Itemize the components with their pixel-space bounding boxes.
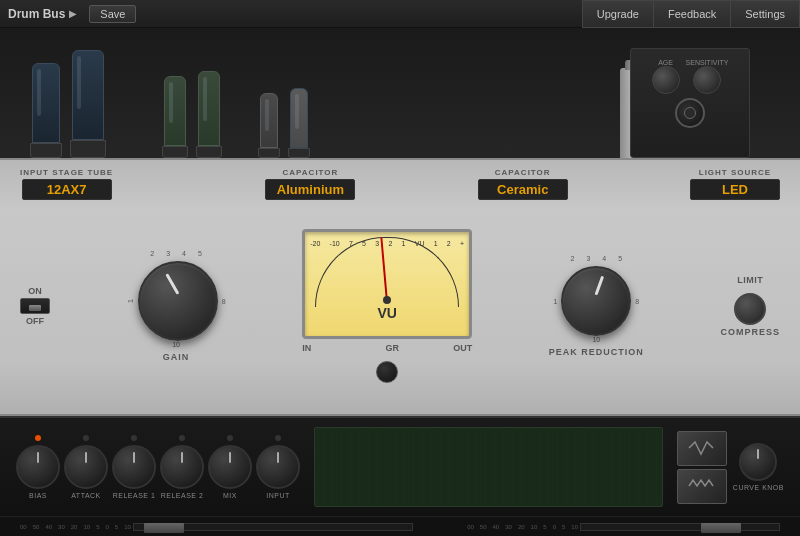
- left-num-20: 20: [71, 524, 78, 530]
- tube-6: [288, 88, 310, 158]
- tube-glass-1: [32, 63, 60, 143]
- right-meter-numbers: 00 50 40 30 20 10 5 0 5 10: [467, 524, 578, 530]
- compress-knob[interactable]: [734, 293, 766, 325]
- left-num-5: 5: [96, 524, 99, 530]
- bias-label: BIAS: [29, 492, 47, 499]
- tubes-area: AGE SENSITIVITY: [0, 28, 800, 158]
- release1-label: RELEASE 1: [113, 492, 156, 499]
- feedback-button[interactable]: Feedback: [654, 0, 731, 28]
- release1-knob[interactable]: [112, 445, 156, 489]
- attack-label: ATTACK: [71, 492, 101, 499]
- preset-name: Drum Bus: [8, 7, 65, 21]
- settings-button[interactable]: Settings: [731, 0, 800, 28]
- tube-5: [258, 93, 280, 158]
- vu-pivot: [383, 296, 391, 304]
- release1-group: RELEASE 1: [112, 435, 156, 499]
- tube-base-6: [288, 148, 310, 158]
- preset-area: Drum Bus ▶: [0, 7, 85, 21]
- light-source-selector[interactable]: LIGHT SOURCE LED: [690, 168, 780, 200]
- circuit-area: [314, 427, 663, 507]
- vu-meter-labels: IN GR OUT: [302, 343, 472, 353]
- right-num-20: 20: [518, 524, 525, 530]
- tube-glass-2: [72, 50, 104, 140]
- power-toggle-group: ON OFF: [20, 286, 50, 326]
- right-num-30: 30: [505, 524, 512, 530]
- save-button[interactable]: Save: [89, 5, 136, 23]
- right-meter-strip: 00 50 40 30 20 10 5 0 5 10: [467, 523, 780, 531]
- curve-knob[interactable]: [739, 443, 777, 481]
- right-num-5: 5: [543, 524, 546, 530]
- left-num-30: 30: [58, 524, 65, 530]
- peak-reduction-knob[interactable]: [561, 266, 631, 336]
- tube-glass-4: [198, 71, 220, 146]
- power-toggle[interactable]: [20, 298, 50, 314]
- capacitor2-selector[interactable]: CAPACITOR Ceramic: [478, 168, 568, 200]
- tube-glass-6: [290, 88, 308, 148]
- capacitor1-selector[interactable]: CAPACITOR Aluminium: [265, 168, 355, 200]
- light-source-label: LIGHT SOURCE: [699, 168, 771, 177]
- optical-device: AGE SENSITIVITY: [630, 48, 750, 158]
- bias-indicator: [35, 435, 41, 441]
- input-group: INPUT: [256, 435, 300, 499]
- left-num-00: 00: [20, 524, 27, 530]
- age-knob[interactable]: [652, 66, 680, 94]
- optical-connector: [675, 98, 705, 128]
- capacitor2-label: CAPACITOR: [495, 168, 551, 177]
- input-stage-selector[interactable]: INPUT STAGE TUBE 12AX7: [20, 168, 113, 200]
- upgrade-button[interactable]: Upgrade: [582, 0, 654, 28]
- bottom-knobs-row: BIAS ATTACK RELEASE 1 RELEASE 2 MIX: [16, 435, 300, 499]
- bias-group: BIAS: [16, 435, 60, 499]
- left-num-10: 10: [83, 524, 90, 530]
- attack-knob[interactable]: [64, 445, 108, 489]
- curve-knob-group: CURVE KNOB: [733, 443, 784, 491]
- gain-knob[interactable]: [138, 261, 218, 341]
- release2-knob[interactable]: [160, 445, 204, 489]
- capacitor1-display[interactable]: Aluminium: [265, 179, 355, 200]
- off-label: OFF: [26, 316, 44, 326]
- mix-group: MIX: [208, 435, 252, 499]
- release2-group: RELEASE 2: [160, 435, 204, 499]
- capacitor2-display[interactable]: Ceramic: [478, 179, 568, 200]
- gain-scale-right: 8: [222, 298, 226, 305]
- gr-knob[interactable]: [376, 361, 398, 383]
- vu-meter-section: -20 -10 7 5 3 2 1 VU 1 2 +: [302, 229, 472, 383]
- attack-indicator: [83, 435, 89, 441]
- sensitivity-knob[interactable]: [693, 66, 721, 94]
- light-source-display[interactable]: LED: [690, 179, 780, 200]
- age-label: AGE: [658, 59, 673, 66]
- vu-arc: [315, 237, 459, 307]
- pr-scale-5: 5: [618, 255, 622, 262]
- input-stage-label: INPUT STAGE TUBE: [20, 168, 113, 177]
- left-num-0: 0: [105, 524, 108, 530]
- vu-label: VU: [377, 305, 396, 321]
- gain-scale-3: 3: [166, 250, 170, 257]
- mix-indicator: [227, 435, 233, 441]
- left-track-bar[interactable]: [133, 523, 413, 531]
- bias-knob[interactable]: [16, 445, 60, 489]
- vu-out-label: OUT: [453, 343, 472, 353]
- left-num-50: 50: [33, 524, 40, 530]
- right-track-thumb[interactable]: [701, 523, 741, 533]
- preset-arrow-icon[interactable]: ▶: [69, 8, 77, 19]
- left-num-40: 40: [45, 524, 52, 530]
- right-num-10b: 10: [571, 524, 578, 530]
- tube-base-2: [70, 140, 106, 158]
- selectors-row: INPUT STAGE TUBE 12AX7 CAPACITOR Alumini…: [20, 168, 780, 200]
- tube-base-3: [162, 146, 188, 158]
- right-track-bar[interactable]: [580, 523, 780, 531]
- right-num-00: 00: [467, 524, 474, 530]
- gain-scale-left: 1: [127, 299, 134, 303]
- left-track-thumb[interactable]: [144, 523, 184, 533]
- tube-1: [30, 63, 62, 158]
- input-knob[interactable]: [256, 445, 300, 489]
- optical-top: AGE SENSITIVITY: [639, 57, 741, 94]
- peak-reduction-label: PEAK REDUCTION: [549, 347, 644, 357]
- left-meter-strip: 00 50 40 30 20 10 5 0 5 10: [20, 523, 413, 531]
- limit-label: LIMIT: [737, 275, 763, 285]
- pr-scale-2: 2: [571, 255, 575, 262]
- mix-knob[interactable]: [208, 445, 252, 489]
- tube-base-4: [196, 146, 222, 158]
- attack-group: ATTACK: [64, 435, 108, 499]
- input-stage-display[interactable]: 12AX7: [22, 179, 112, 200]
- tube-glass-3: [164, 76, 186, 146]
